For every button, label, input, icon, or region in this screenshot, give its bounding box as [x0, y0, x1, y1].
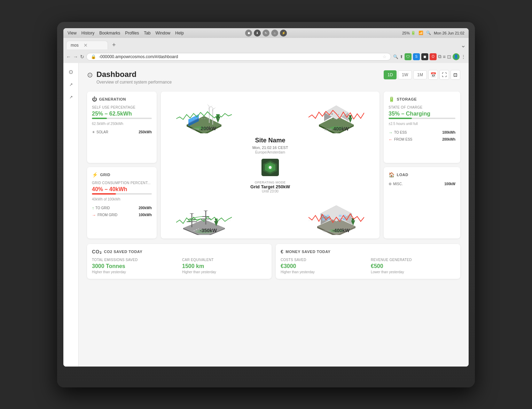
ext-icon-2[interactable]: S	[413, 53, 420, 60]
reader-icon[interactable]: ≡	[443, 54, 446, 60]
money-revenue-sub: Lower than yesterday	[371, 270, 455, 274]
mac-icon-2: ⬇	[254, 30, 261, 37]
load-now-value: -400kW	[332, 228, 350, 233]
tab-menu-icon[interactable]: ⌄	[461, 41, 466, 49]
self-use-label: SELF USE PERCENTAGE	[92, 105, 152, 109]
load-card: 🏠 LOAD ⚙ MISC. 100kW	[384, 167, 460, 238]
mac-right-status: 25% 🔋 📶 🔍 Mon 26 Jun 21:02	[402, 31, 464, 35]
url-security-icon: 🔒	[91, 54, 96, 59]
co2-icon: CO₂	[92, 249, 102, 254]
viz-area: NOW 200kW	[161, 92, 380, 238]
menu-tab[interactable]: Tab	[144, 31, 150, 36]
from-ess-arrow: ←	[389, 137, 393, 142]
site-center: Site Name Mon, 21:02:16 CEST Europe/Amst…	[243, 133, 297, 197]
ext-icon-3[interactable]: ◼	[421, 53, 428, 60]
load-wave-area: NOW -400kW	[297, 197, 376, 235]
sidebar-icon-link[interactable]: ↗	[66, 80, 76, 89]
generation-header: ⏻ GENERATION	[92, 96, 152, 102]
time-btn-1d[interactable]: 1D	[384, 70, 397, 79]
menu-help[interactable]: Help	[175, 31, 184, 36]
load-now-block: NOW -400kW	[323, 228, 350, 233]
generation-icon: ⏻	[92, 96, 97, 102]
browser-tabs: mos ✕ + ⌄	[63, 38, 469, 50]
calendar-icon[interactable]: 📅	[428, 70, 438, 80]
browser-tab-active[interactable]: mos ✕	[66, 41, 108, 49]
storage-wave-area: NOW 400kW	[297, 95, 376, 133]
sidebar-icon-home[interactable]: ⊙	[66, 67, 76, 77]
share-icon[interactable]: ⬆	[400, 54, 403, 59]
page-header: ⊙ Dashboard Overview of current system p…	[87, 70, 460, 85]
sidebar-icon-link2[interactable]: ↗	[66, 92, 76, 102]
menu-profiles[interactable]: Profiles	[125, 31, 139, 36]
menu-bookmarks[interactable]: Bookmarks	[99, 31, 120, 36]
forward-icon[interactable]: →	[73, 54, 78, 60]
storage-icon: 🔋	[389, 96, 395, 102]
grid-title: GRID	[100, 173, 111, 177]
solar-label: ☀ SOLAR	[92, 130, 108, 134]
from-ess-value: 200kWh	[442, 137, 455, 141]
grid-now-label-text: NOW	[191, 229, 198, 233]
time-btn-1w[interactable]: 1W	[398, 70, 412, 79]
storage-wave-svg	[308, 105, 364, 126]
more-options-icon[interactable]: ⋮	[461, 54, 466, 60]
co2-card: CO₂ CO2 SAVED TODAY TOTAL EMISSIONS SAVE…	[87, 244, 272, 279]
co2-emissions-value: 3000 Tonnes	[92, 263, 177, 269]
money-revenue-label: REVENUE GENERATED	[371, 258, 455, 262]
url-text: -000000.ampowrcosmos.com/#/dashboard	[99, 54, 178, 59]
grid-icon: ⚡	[92, 172, 98, 178]
to-grid-value: 200kWh	[139, 206, 152, 210]
sidebar-toggle-icon[interactable]: ⊡	[447, 54, 451, 60]
misc-row: ⚙ MISC. 100kW	[389, 181, 455, 187]
co2-emissions-sub: Higher than yesterday	[92, 270, 177, 274]
mac-status-icons: ⏺ ⬇ ↻ ⌂ ⚡	[245, 30, 287, 37]
sidebar: ⊙ ↗ ↗	[63, 63, 79, 367]
gen-wave-area: NOW 200kW	[164, 95, 243, 133]
battery-icon: 🔋	[411, 31, 416, 35]
ext-icon-1[interactable]: 🛡	[405, 53, 412, 60]
money-costs-sub: Higher than yesterday	[281, 270, 365, 274]
profile-icon[interactable]: 👤	[453, 53, 460, 60]
gen-now-label: NOW	[191, 127, 199, 131]
grid-card: ⚡ GRID GRID CONSUMPTION PERCENT... 40% –…	[87, 167, 157, 238]
search-mac-icon[interactable]: 🔍	[426, 31, 431, 35]
storage-now-block: NOW 400kW	[324, 126, 349, 132]
ext-icon-4[interactable]: O	[430, 53, 437, 60]
gen-now-value: 200kW	[201, 126, 216, 131]
mac-icon-3: ↻	[263, 30, 269, 37]
money-revenue-value: €500	[371, 263, 455, 269]
operating-mode-label: OPERATING MODE	[255, 181, 286, 184]
storage-now-value: 400kW	[333, 126, 349, 132]
expand-icon[interactable]: ⛶	[439, 70, 449, 80]
tab-close-button[interactable]: ✕	[84, 42, 88, 48]
mac-icon-1: ⏺	[245, 30, 252, 37]
compare-icon[interactable]: ⊡	[451, 70, 460, 80]
operating-target: Grid Target 250kW	[250, 184, 290, 189]
money-title: MONEY SAVED TODAY	[285, 250, 330, 254]
menu-history[interactable]: History	[81, 31, 94, 36]
site-tz: Europe/Amsterdam	[255, 150, 285, 154]
reload-icon[interactable]: ↻	[80, 54, 84, 60]
mac-time: Mon 26 Jun 21:02	[434, 31, 464, 35]
to-grid-label: ↑ TO GRID	[92, 206, 110, 211]
co2-car-label: CAR EQUIVALENT	[182, 258, 267, 262]
time-btn-1m[interactable]: 1M	[413, 70, 427, 79]
dashboard-icon: ⊙	[87, 71, 93, 79]
new-tab-button[interactable]: +	[109, 41, 119, 49]
load-now-label-text: NOW	[323, 229, 331, 233]
url-bookmark-icon[interactable]: ☆	[383, 54, 386, 59]
menu-window[interactable]: Window	[156, 31, 171, 36]
misc-icon: ⚙	[389, 182, 392, 186]
url-bar[interactable]: 🔒 -000000.ampowrcosmos.com/#/dashboard ☆	[86, 53, 391, 61]
operating-until: Until 23:00	[262, 189, 279, 193]
app-content: ⊙ ↗ ↗ ⊙ Dashboard Overview of current sy…	[63, 63, 469, 367]
grid-wave-area: NOW -350kW	[164, 197, 243, 235]
zoom-icon[interactable]: 🔍	[393, 54, 398, 59]
back-icon[interactable]: ←	[66, 54, 71, 60]
generation-card: ⏻ GENERATION SELF USE PERCENTAGE 25% – 6…	[87, 92, 157, 163]
mac-menubar: View History Bookmarks Profiles Tab Wind…	[63, 28, 469, 38]
co2-car-block: CAR EQUIVALENT 1500 km Higher than yeste…	[182, 258, 267, 274]
extensions-icon[interactable]: ⧉	[438, 54, 441, 60]
menu-view[interactable]: View	[68, 31, 77, 36]
misc-label: ⚙ MISC.	[389, 182, 403, 186]
money-costs-value: €3000	[281, 263, 365, 269]
